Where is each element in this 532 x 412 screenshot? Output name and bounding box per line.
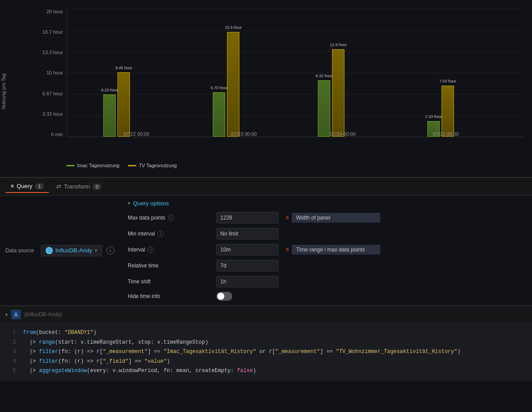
bar-label: 2.33 hour bbox=[425, 114, 442, 119]
y-label: 10 hour bbox=[47, 70, 63, 75]
line-num: 2 bbox=[7, 338, 16, 348]
chevron-down-icon: ▾ bbox=[95, 248, 97, 253]
legend-label-tv: TV Tagesnutzung bbox=[139, 163, 176, 168]
x-label: 07/23 00:00 bbox=[231, 131, 257, 137]
query-panel: ≡ Query 1 ⇄ Transform 0 Data source ⬡ In… bbox=[0, 177, 532, 381]
bar-label: 6.23 hour bbox=[101, 88, 118, 92]
bar-label: 7.53 hour bbox=[439, 79, 456, 83]
bar-label: 12.9 hour bbox=[330, 43, 347, 47]
code-line-4: 4 |> filter(fn: (r) => r["_field"] == "v… bbox=[7, 357, 525, 367]
opt-input-min-interval[interactable] bbox=[216, 228, 278, 239]
query-tabs: ≡ Query 1 ⇄ Transform 0 bbox=[0, 178, 532, 196]
code-line-5: 5 |> aggregateWindow(every: v.windowPeri… bbox=[7, 366, 525, 376]
code-content: |> aggregateWindow(every: v.windowPeriod… bbox=[23, 366, 256, 376]
datasource-name: InfluxDB-Andy bbox=[55, 247, 92, 254]
line-num: 4 bbox=[7, 357, 16, 367]
line-num: 3 bbox=[7, 347, 16, 357]
legend-color-green bbox=[66, 165, 74, 166]
code-content: |> filter(fn: (r) => r["_field"] == "val… bbox=[23, 357, 170, 367]
datasource-icon: ⬡ bbox=[46, 247, 53, 254]
legend-color-yellow bbox=[128, 165, 136, 166]
line-num: 1 bbox=[7, 328, 16, 338]
x-labels: 07/22 00:00 07/23 00:00 07/24 00:00 07/2… bbox=[94, 123, 523, 137]
datasource-row: Data source ⬡ InfluxDB-Andy ▾ i ▾ Query … bbox=[0, 196, 532, 306]
query-options-area: ▾ Query options Max data points i = Widt… bbox=[128, 200, 527, 301]
y-label: 0 min bbox=[51, 132, 63, 137]
chart-plot: 6.23 hour 9.45 hour 6.70 hour 15.5 hour … bbox=[66, 9, 523, 137]
bar-label: 15.5 hour bbox=[225, 25, 242, 30]
grid-line bbox=[67, 9, 523, 9]
opt-label-interval: Interval i bbox=[128, 247, 216, 253]
line-num: 5 bbox=[7, 366, 16, 376]
code-line-2: 2 |> range(start: v.timeRangeStart, stop… bbox=[7, 338, 525, 348]
opt-input-max-data-points[interactable] bbox=[216, 212, 278, 224]
code-content: |> filter(fn: (r) => r["_measurement"] =… bbox=[23, 347, 461, 357]
arrow-icon: ▾ bbox=[128, 200, 130, 206]
x-label: 07/24 00:00 bbox=[330, 131, 356, 137]
opt-input-relative-time[interactable] bbox=[216, 260, 278, 271]
bar-label: 8.32 hour bbox=[316, 74, 332, 78]
tab-transform-badge: 0 bbox=[93, 184, 102, 190]
tab-query-icon: ≡ bbox=[11, 183, 14, 189]
chart-inner: 20 hour 16.7 hour 13.3 hour 10 hour 6.67… bbox=[40, 9, 523, 150]
query-options-title: Query options bbox=[133, 200, 169, 207]
info-icon-max-data-points[interactable]: i bbox=[168, 215, 174, 221]
tab-transform-label: Transform bbox=[64, 183, 90, 190]
bar-group: 6.70 hour 15.5 hour bbox=[213, 32, 239, 137]
bar-yellow: 15.5 hour bbox=[227, 32, 239, 137]
opt-input-interval[interactable] bbox=[216, 244, 278, 255]
datasource-select[interactable]: ⬡ InfluxDB-Andy ▾ bbox=[41, 245, 102, 256]
query-options-header: ▾ Query options bbox=[128, 200, 527, 207]
opt-label-max-data-points: Max data points i bbox=[128, 215, 216, 221]
y-label: 16.7 hour bbox=[43, 29, 63, 35]
code-block: 1 from(bucket: "DBANDY1") 2 |> range(sta… bbox=[0, 323, 532, 381]
opt-label-relative-time: Relative time bbox=[128, 263, 216, 269]
tab-transform[interactable]: ⇄ Transform 0 bbox=[51, 180, 107, 192]
bar-label: 9.45 hour bbox=[115, 66, 132, 70]
query-section-letter-a: A bbox=[11, 310, 21, 319]
opt-tag-width-of-panel: Width of panel bbox=[292, 213, 380, 223]
chart-container: Nutzung pro Tag 20 hour 16.7 hour 13.3 h… bbox=[0, 0, 532, 177]
info-icon-interval[interactable]: i bbox=[148, 247, 154, 253]
code-line-3: 3 |> filter(fn: (r) => r["_measurement"]… bbox=[7, 347, 525, 357]
datasource-label: Data source bbox=[5, 247, 36, 254]
options-grid: Max data points i = Width of panel Min i… bbox=[128, 212, 527, 301]
legend-item-tv: TV Tagesnutzung bbox=[128, 163, 176, 168]
y-label: 20 hour bbox=[47, 9, 63, 14]
grid-line bbox=[67, 94, 523, 94]
query-section-a: ▾ A (InfluxDB-Andy) 1 from(bucket: "DBAN… bbox=[0, 306, 532, 381]
query-section-datasource-a: (InfluxDB-Andy) bbox=[24, 311, 62, 318]
arrow-icon-section-a: ▾ bbox=[5, 312, 8, 317]
tab-query-badge: 1 bbox=[35, 183, 44, 189]
x-label: 07/25 00:00 bbox=[433, 131, 459, 137]
opt-input-time-shift[interactable] bbox=[216, 276, 278, 287]
tab-query[interactable]: ≡ Query 1 bbox=[5, 180, 49, 193]
y-label: 3.33 hour bbox=[43, 111, 63, 117]
tab-query-label: Query bbox=[17, 183, 32, 189]
x-label: 07/22 00:00 bbox=[124, 131, 149, 137]
opt-label-time-shift: Time shift bbox=[128, 279, 216, 285]
grid-line bbox=[67, 73, 523, 73]
code-content: from(bucket: "DBANDY1") bbox=[23, 328, 97, 338]
legend-label-imac: Imac Tagesnutzung bbox=[77, 163, 119, 168]
tab-transform-icon: ⇄ bbox=[56, 183, 61, 190]
y-label: 13.3 hour bbox=[43, 50, 63, 55]
grid-line bbox=[67, 30, 523, 31]
info-icon[interactable]: i bbox=[106, 247, 114, 255]
y-label: 6.67 hour bbox=[43, 91, 63, 96]
code-content: |> range(start: v.timeRangeStart, stop: … bbox=[23, 338, 208, 348]
chart-legend: Imac Tagesnutzung TV Tagesnutzung bbox=[66, 163, 177, 168]
bar-label: 6.70 hour bbox=[211, 86, 227, 90]
grid-line bbox=[67, 51, 523, 52]
grid-line bbox=[67, 115, 523, 116]
equals-sign: = bbox=[283, 215, 292, 221]
legend-item-imac: Imac Tagesnutzung bbox=[66, 163, 119, 168]
toggle-hide-time-info[interactable] bbox=[216, 292, 232, 301]
info-icon-min-interval[interactable]: i bbox=[157, 231, 164, 237]
opt-label-hide-time-info: Hide time info bbox=[128, 293, 216, 299]
code-line-1: 1 from(bucket: "DBANDY1") bbox=[7, 328, 525, 338]
query-section-header-a[interactable]: ▾ A (InfluxDB-Andy) bbox=[0, 306, 532, 323]
y-axis-label: Nutzung pro Tag bbox=[1, 73, 6, 109]
opt-label-min-interval: Min interval i bbox=[128, 231, 216, 237]
y-axis: 20 hour 16.7 hour 13.3 hour 10 hour 6.67… bbox=[40, 9, 66, 137]
